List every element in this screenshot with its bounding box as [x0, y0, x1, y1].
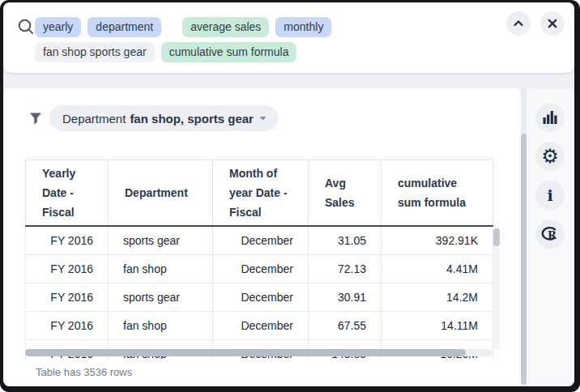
table-vertical-scrollbar-thumb[interactable] [493, 228, 500, 246]
app-window: yearlydepartmentaverage salesmonthly fan… [0, 0, 580, 392]
results-panel: Departmentfan shop, sports gear Yearly D… [3, 88, 521, 386]
column-header: Department [109, 160, 213, 227]
results-table: Yearly Date - FiscalDepartmentMonth of y… [25, 160, 493, 359]
chevron-up-icon [513, 18, 524, 29]
search-input[interactable]: yearlydepartmentaverage salesmonthly fan… [3, 2, 574, 73]
results-table-viewport: Yearly Date - FiscalDepartmentMonth of y… [25, 160, 500, 359]
table-cell: 392.91K [382, 226, 493, 254]
filter-value: fan shop, sports gear [130, 112, 254, 126]
table-cell: sports gear [109, 226, 213, 254]
r-logo-icon: R [541, 225, 559, 243]
panel-scrollbar-thumb[interactable] [521, 134, 527, 385]
column-header: cumulative sum formula [382, 160, 493, 227]
table-cell: FY 2016 [26, 311, 109, 339]
column-header: Month of year Date - Fiscal [213, 160, 309, 227]
filter-icon [29, 112, 42, 125]
search-icon [17, 18, 35, 36]
table-cell: 31.05 [309, 226, 382, 254]
table-horizontal-scrollbar-thumb[interactable] [25, 349, 466, 356]
bar-chart-icon [542, 109, 558, 126]
table-cell: December [213, 283, 309, 311]
table-cell: FY 2016 [26, 254, 109, 283]
r-logo-button[interactable]: R [535, 219, 565, 249]
table-cell: December [213, 311, 309, 339]
search-token[interactable]: department [87, 17, 161, 37]
chips-row-1: yearlydepartmentaverage salesmonthly [35, 17, 331, 37]
table-cell: 30.91 [309, 283, 382, 311]
search-token[interactable]: fan shop sports gear [35, 42, 155, 62]
table-cell: FY 2016 [26, 283, 109, 311]
close-icon [547, 18, 558, 29]
table-cell: 72.13 [309, 254, 382, 283]
svg-text:R: R [548, 229, 557, 241]
app-surface: yearlydepartmentaverage salesmonthly fan… [3, 2, 574, 386]
search-token[interactable]: monthly [275, 17, 331, 37]
collapse-button[interactable] [506, 11, 531, 36]
gear-icon: ⚙ [541, 147, 559, 166]
chart-view-button[interactable] [535, 103, 565, 132]
sidebar: ⚙ i R [527, 88, 574, 386]
search-token[interactable]: average sales [182, 17, 269, 37]
table-body: FY 2016sports gearDecember31.05392.91KFY… [26, 226, 493, 359]
table-header: Yearly Date - FiscalDepartmentMonth of y… [26, 160, 493, 227]
table-vertical-scrollbar[interactable] [493, 226, 500, 349]
table-cell: 14.2M [382, 283, 493, 311]
chips-row-2: fan shop sports gearcumulative sum formu… [35, 42, 331, 62]
table-row: FY 2016fan shopDecember72.134.41M [26, 254, 493, 283]
table-cell: December [213, 226, 309, 254]
table-row: FY 2016fan shopDecember67.5514.11M [26, 311, 493, 339]
table-cell: 4.41M [382, 254, 493, 283]
table-cell: 67.55 [309, 311, 382, 339]
column-header: Yearly Date - Fiscal [26, 160, 109, 227]
table-cell: sports gear [109, 283, 213, 311]
settings-button[interactable]: ⚙ [535, 142, 565, 171]
search-token[interactable]: cumulative sum formula [161, 42, 297, 62]
column-header: Avg Sales [309, 160, 382, 227]
table-row: FY 2016sports gearDecember30.9114.2M [26, 283, 493, 311]
table-cell: 14.11M [382, 311, 493, 339]
table-cell: fan shop [109, 254, 213, 283]
row-count-status: Table has 3536 rows [36, 366, 132, 378]
info-button[interactable]: i [535, 181, 565, 210]
table-cell: December [213, 254, 309, 283]
panel-scrollbar[interactable] [521, 88, 527, 386]
search-token-list: yearlydepartmentaverage salesmonthly fan… [35, 17, 331, 62]
close-button[interactable] [540, 11, 565, 36]
table-row: FY 2016sports gearDecember31.05392.91K [26, 226, 493, 254]
table-cell: FY 2016 [26, 226, 109, 254]
filter-label: Department [62, 112, 126, 126]
chevron-down-icon [258, 115, 267, 121]
table-cell: fan shop [109, 311, 213, 339]
department-filter-chip[interactable]: Departmentfan shop, sports gear [49, 105, 279, 131]
search-token[interactable]: yearly [35, 17, 81, 37]
table-horizontal-scrollbar[interactable] [25, 349, 493, 356]
info-icon: i [547, 188, 552, 203]
